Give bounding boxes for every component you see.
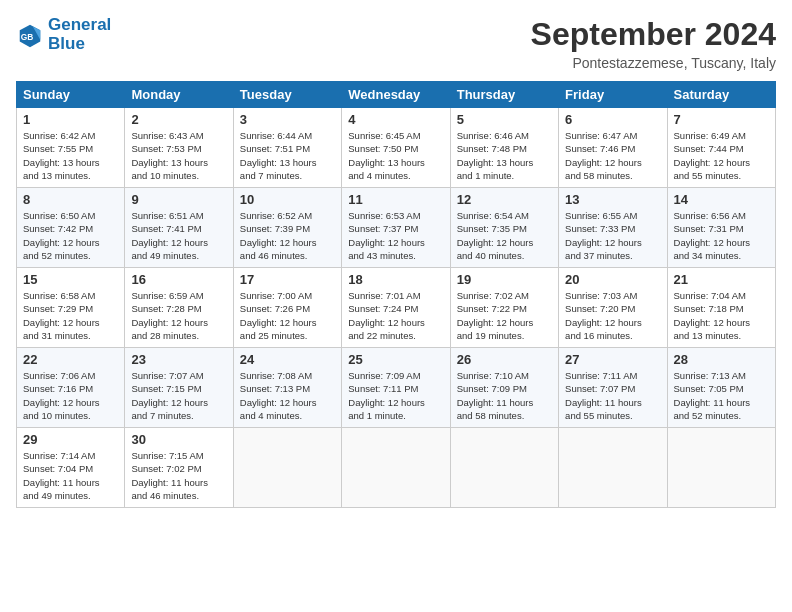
- table-row: 9Sunrise: 6:51 AM Sunset: 7:41 PM Daylig…: [125, 188, 233, 268]
- table-row: 12Sunrise: 6:54 AM Sunset: 7:35 PM Dayli…: [450, 188, 558, 268]
- table-row: 20Sunrise: 7:03 AM Sunset: 7:20 PM Dayli…: [559, 268, 667, 348]
- table-row: 8Sunrise: 6:50 AM Sunset: 7:42 PM Daylig…: [17, 188, 125, 268]
- day-info: Sunrise: 6:55 AM Sunset: 7:33 PM Dayligh…: [565, 209, 660, 262]
- table-row: 24Sunrise: 7:08 AM Sunset: 7:13 PM Dayli…: [233, 348, 341, 428]
- day-info: Sunrise: 6:50 AM Sunset: 7:42 PM Dayligh…: [23, 209, 118, 262]
- table-row: 16Sunrise: 6:59 AM Sunset: 7:28 PM Dayli…: [125, 268, 233, 348]
- day-number: 30: [131, 432, 226, 447]
- table-row: 4Sunrise: 6:45 AM Sunset: 7:50 PM Daylig…: [342, 108, 450, 188]
- day-info: Sunrise: 6:58 AM Sunset: 7:29 PM Dayligh…: [23, 289, 118, 342]
- table-row: 15Sunrise: 6:58 AM Sunset: 7:29 PM Dayli…: [17, 268, 125, 348]
- day-number: 28: [674, 352, 769, 367]
- location-subtitle: Pontestazzemese, Tuscany, Italy: [531, 55, 776, 71]
- calendar-week-2: 8Sunrise: 6:50 AM Sunset: 7:42 PM Daylig…: [17, 188, 776, 268]
- day-info: Sunrise: 7:02 AM Sunset: 7:22 PM Dayligh…: [457, 289, 552, 342]
- table-row: [667, 428, 775, 508]
- day-number: 24: [240, 352, 335, 367]
- table-row: 5Sunrise: 6:46 AM Sunset: 7:48 PM Daylig…: [450, 108, 558, 188]
- day-number: 29: [23, 432, 118, 447]
- table-row: [342, 428, 450, 508]
- table-row: 26Sunrise: 7:10 AM Sunset: 7:09 PM Dayli…: [450, 348, 558, 428]
- table-row: [559, 428, 667, 508]
- day-number: 1: [23, 112, 118, 127]
- day-number: 4: [348, 112, 443, 127]
- day-number: 21: [674, 272, 769, 287]
- day-number: 14: [674, 192, 769, 207]
- logo-text: General Blue: [48, 16, 111, 53]
- day-number: 27: [565, 352, 660, 367]
- day-number: 25: [348, 352, 443, 367]
- table-row: 10Sunrise: 6:52 AM Sunset: 7:39 PM Dayli…: [233, 188, 341, 268]
- day-info: Sunrise: 6:43 AM Sunset: 7:53 PM Dayligh…: [131, 129, 226, 182]
- day-info: Sunrise: 7:06 AM Sunset: 7:16 PM Dayligh…: [23, 369, 118, 422]
- calendar-week-3: 15Sunrise: 6:58 AM Sunset: 7:29 PM Dayli…: [17, 268, 776, 348]
- table-row: 18Sunrise: 7:01 AM Sunset: 7:24 PM Dayli…: [342, 268, 450, 348]
- header-sunday: Sunday: [17, 82, 125, 108]
- day-number: 10: [240, 192, 335, 207]
- table-row: 14Sunrise: 6:56 AM Sunset: 7:31 PM Dayli…: [667, 188, 775, 268]
- day-info: Sunrise: 6:49 AM Sunset: 7:44 PM Dayligh…: [674, 129, 769, 182]
- day-number: 19: [457, 272, 552, 287]
- day-number: 17: [240, 272, 335, 287]
- svg-text:GB: GB: [21, 31, 34, 41]
- day-number: 9: [131, 192, 226, 207]
- day-number: 18: [348, 272, 443, 287]
- day-number: 12: [457, 192, 552, 207]
- page-header: GB General Blue September 2024 Pontestaz…: [16, 16, 776, 71]
- table-row: 25Sunrise: 7:09 AM Sunset: 7:11 PM Dayli…: [342, 348, 450, 428]
- table-row: 21Sunrise: 7:04 AM Sunset: 7:18 PM Dayli…: [667, 268, 775, 348]
- day-number: 6: [565, 112, 660, 127]
- day-info: Sunrise: 6:56 AM Sunset: 7:31 PM Dayligh…: [674, 209, 769, 262]
- day-info: Sunrise: 7:13 AM Sunset: 7:05 PM Dayligh…: [674, 369, 769, 422]
- day-number: 22: [23, 352, 118, 367]
- table-row: 3Sunrise: 6:44 AM Sunset: 7:51 PM Daylig…: [233, 108, 341, 188]
- table-row: 29Sunrise: 7:14 AM Sunset: 7:04 PM Dayli…: [17, 428, 125, 508]
- day-info: Sunrise: 7:00 AM Sunset: 7:26 PM Dayligh…: [240, 289, 335, 342]
- day-info: Sunrise: 6:44 AM Sunset: 7:51 PM Dayligh…: [240, 129, 335, 182]
- table-row: [450, 428, 558, 508]
- table-row: 30Sunrise: 7:15 AM Sunset: 7:02 PM Dayli…: [125, 428, 233, 508]
- day-info: Sunrise: 7:01 AM Sunset: 7:24 PM Dayligh…: [348, 289, 443, 342]
- day-number: 23: [131, 352, 226, 367]
- day-info: Sunrise: 7:09 AM Sunset: 7:11 PM Dayligh…: [348, 369, 443, 422]
- day-info: Sunrise: 7:08 AM Sunset: 7:13 PM Dayligh…: [240, 369, 335, 422]
- day-info: Sunrise: 7:11 AM Sunset: 7:07 PM Dayligh…: [565, 369, 660, 422]
- header-wednesday: Wednesday: [342, 82, 450, 108]
- day-info: Sunrise: 6:47 AM Sunset: 7:46 PM Dayligh…: [565, 129, 660, 182]
- table-row: 7Sunrise: 6:49 AM Sunset: 7:44 PM Daylig…: [667, 108, 775, 188]
- day-info: Sunrise: 6:42 AM Sunset: 7:55 PM Dayligh…: [23, 129, 118, 182]
- table-row: 23Sunrise: 7:07 AM Sunset: 7:15 PM Dayli…: [125, 348, 233, 428]
- day-info: Sunrise: 6:59 AM Sunset: 7:28 PM Dayligh…: [131, 289, 226, 342]
- calendar-week-5: 29Sunrise: 7:14 AM Sunset: 7:04 PM Dayli…: [17, 428, 776, 508]
- day-number: 2: [131, 112, 226, 127]
- day-number: 13: [565, 192, 660, 207]
- day-number: 11: [348, 192, 443, 207]
- table-row: 1Sunrise: 6:42 AM Sunset: 7:55 PM Daylig…: [17, 108, 125, 188]
- header-friday: Friday: [559, 82, 667, 108]
- calendar-week-4: 22Sunrise: 7:06 AM Sunset: 7:16 PM Dayli…: [17, 348, 776, 428]
- day-info: Sunrise: 6:45 AM Sunset: 7:50 PM Dayligh…: [348, 129, 443, 182]
- header-saturday: Saturday: [667, 82, 775, 108]
- day-info: Sunrise: 7:07 AM Sunset: 7:15 PM Dayligh…: [131, 369, 226, 422]
- calendar-table: Sunday Monday Tuesday Wednesday Thursday…: [16, 81, 776, 508]
- table-row: 27Sunrise: 7:11 AM Sunset: 7:07 PM Dayli…: [559, 348, 667, 428]
- month-title: September 2024: [531, 16, 776, 53]
- day-number: 26: [457, 352, 552, 367]
- day-info: Sunrise: 6:53 AM Sunset: 7:37 PM Dayligh…: [348, 209, 443, 262]
- day-info: Sunrise: 7:03 AM Sunset: 7:20 PM Dayligh…: [565, 289, 660, 342]
- day-info: Sunrise: 6:46 AM Sunset: 7:48 PM Dayligh…: [457, 129, 552, 182]
- day-info: Sunrise: 7:04 AM Sunset: 7:18 PM Dayligh…: [674, 289, 769, 342]
- day-number: 8: [23, 192, 118, 207]
- table-row: 13Sunrise: 6:55 AM Sunset: 7:33 PM Dayli…: [559, 188, 667, 268]
- day-number: 7: [674, 112, 769, 127]
- title-block: September 2024 Pontestazzemese, Tuscany,…: [531, 16, 776, 71]
- day-info: Sunrise: 7:14 AM Sunset: 7:04 PM Dayligh…: [23, 449, 118, 502]
- day-info: Sunrise: 7:15 AM Sunset: 7:02 PM Dayligh…: [131, 449, 226, 502]
- day-number: 15: [23, 272, 118, 287]
- header-tuesday: Tuesday: [233, 82, 341, 108]
- table-row: 11Sunrise: 6:53 AM Sunset: 7:37 PM Dayli…: [342, 188, 450, 268]
- day-info: Sunrise: 7:10 AM Sunset: 7:09 PM Dayligh…: [457, 369, 552, 422]
- header-monday: Monday: [125, 82, 233, 108]
- calendar-header-row: Sunday Monday Tuesday Wednesday Thursday…: [17, 82, 776, 108]
- day-info: Sunrise: 6:52 AM Sunset: 7:39 PM Dayligh…: [240, 209, 335, 262]
